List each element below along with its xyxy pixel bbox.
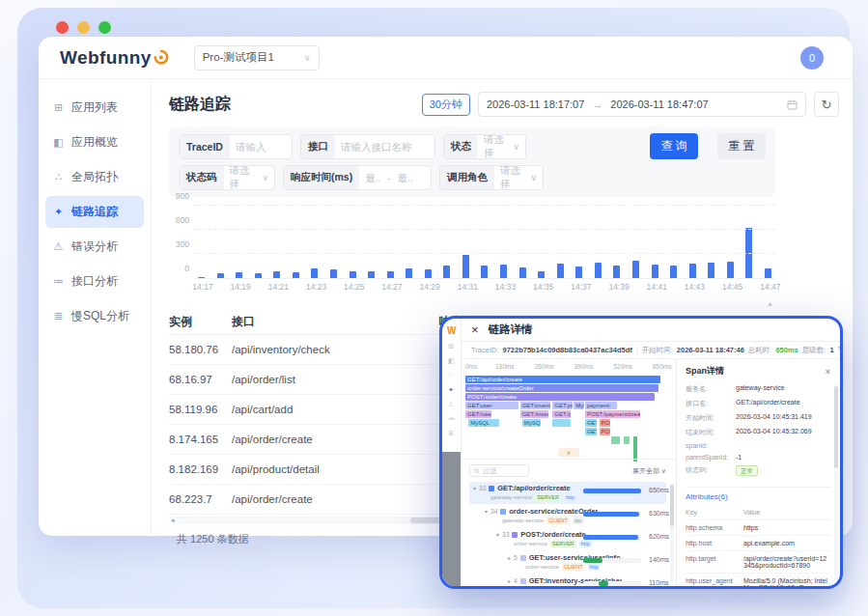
span-tree-row[interactable]: ▾33POST:/order/createorder-serviceSERVER… — [469, 528, 666, 550]
span-bar[interactable]: MySQL: — [574, 402, 584, 409]
attr-value-header: Value — [743, 509, 760, 516]
cell-api: /api/order/create — [232, 434, 313, 445]
maximize-window-dot[interactable] — [98, 21, 111, 34]
span-bar[interactable]: GET:user- — [465, 402, 518, 409]
trace-duration: 650ms — [775, 346, 798, 354]
sidebar-item-错误分析[interactable]: ⚠错误分析 — [45, 231, 144, 263]
span-duration: 620ms — [649, 533, 669, 540]
search-button[interactable]: 查询 — [650, 133, 698, 159]
scroll-left-arrow-icon[interactable]: ◂ — [169, 517, 175, 524]
field-label: 接口名: — [686, 399, 736, 408]
span-tree-row[interactable]: ▾33GET:/api/order/creategateway-serviceS… — [469, 482, 666, 504]
caret-icon[interactable]: ▾ — [473, 485, 476, 491]
field-label: spanId: — [686, 442, 736, 449]
refresh-button[interactable]: ↻ — [814, 92, 839, 117]
collapse-handle[interactable]: ∧ — [558, 448, 579, 457]
role-select[interactable]: 请选择 ∨ — [494, 166, 543, 189]
span-bar[interactable]: GET:inventory- — [520, 402, 551, 409]
service-name: order-service — [514, 541, 547, 546]
list-scrollbar[interactable] — [670, 483, 674, 582]
span-bar[interactable]: GET:product- — [552, 402, 573, 409]
错误分析-icon: ⚠ — [52, 240, 65, 253]
sidebar-item-全局拓扑[interactable]: ∴全局拓扑 — [45, 161, 144, 193]
span-duration: 630ms — [649, 510, 669, 517]
span-name: POST:/order/create — [520, 530, 586, 539]
logo-swirl-icon — [153, 49, 169, 66]
reset-button[interactable]: 重置 — [717, 133, 766, 159]
span-bar[interactable] — [552, 419, 571, 427]
x-tick-label: 14:41 — [644, 282, 669, 292]
trace-detail-modal: W ⊞◧∴✦⚠≔≣ × 链路详情 TraceID:9722b75b14c09d8… — [439, 316, 843, 589]
project-selector[interactable]: Pro-测试项目1 ∨ — [194, 45, 320, 70]
span-bar[interactable]: GET:/product/ — [552, 410, 571, 418]
expand-all-link[interactable]: 展开全部 ∨ — [632, 466, 666, 476]
span-count: 33 — [502, 531, 509, 538]
sidebar-item-链路追踪[interactable]: ✦链路追踪 — [45, 196, 144, 228]
attributes-link[interactable]: Attributes(6) — [686, 487, 830, 505]
span-bar[interactable]: MySQL — [468, 419, 499, 427]
span-bar[interactable]: MySQ — [522, 419, 541, 427]
span-bar[interactable]: GET:/ba — [585, 419, 598, 427]
span-search-input[interactable]: 过滤 — [469, 464, 529, 477]
span-bar[interactable]: order-service/createOrder — [465, 384, 658, 392]
window-controls[interactable] — [56, 21, 111, 34]
traceid-input[interactable] — [230, 135, 290, 158]
api-input[interactable] — [335, 135, 430, 158]
span-bar[interactable]: payment- — [585, 402, 618, 409]
sidebar-item-接口分析[interactable]: ≔接口分析 — [45, 266, 144, 297]
span-count: 34 — [490, 508, 497, 515]
span-bar[interactable]: GET:/api/order/create — [465, 376, 660, 383]
span-bar[interactable] — [624, 436, 630, 444]
trace-detail-drawer: × 链路详情 TraceID:9722b75b14c09d8b83ca0437a… — [462, 319, 840, 586]
waterfall-row: order-service/createOrder — [465, 384, 668, 392]
caret-icon[interactable]: ▾ — [496, 531, 499, 538]
resp-time-max-input[interactable] — [392, 166, 419, 189]
minimize-window-dot[interactable] — [77, 21, 90, 34]
caret-icon[interactable]: ▸ — [508, 554, 511, 561]
attr-key: http.target — [686, 555, 743, 569]
cell-instance: 68.223.7 — [169, 493, 212, 505]
chart-bar — [727, 262, 734, 279]
chart-bar — [236, 272, 242, 278]
sidebar-item-应用概览[interactable]: ◧应用概览 — [45, 126, 144, 158]
close-window-dot[interactable] — [56, 21, 69, 34]
close-icon[interactable]: × — [471, 323, 479, 336]
sidebar-item-慢SQL分析[interactable]: ≣慢SQL分析 — [45, 300, 144, 332]
span-tree-row[interactable]: ▸4GET:inventory-service/checkorder-servi… — [469, 574, 666, 586]
span-tree-row[interactable]: ▾34order-service/createOrdergateway-serv… — [469, 505, 666, 527]
quick-range-tag[interactable]: 30分钟 — [422, 94, 470, 116]
span-bar[interactable]: POST:/order/create — [465, 393, 655, 401]
close-icon[interactable]: × — [826, 367, 830, 377]
field-label: 状态码: — [686, 465, 736, 476]
sidebar-item-label: 应用列表 — [71, 99, 118, 116]
span-bar[interactable]: POST — [600, 428, 611, 435]
status-select[interactable]: 请选择 ∨ — [478, 135, 525, 158]
resp-time-min-input[interactable] — [359, 166, 386, 189]
span-bar[interactable]: GET:/user/info — [465, 410, 491, 418]
time-tick-label: 0ms — [465, 363, 477, 370]
span-tree-row[interactable]: ▸5GET:user-service/user/infoorder-servic… — [469, 551, 666, 574]
avatar[interactable]: 0 — [800, 46, 824, 70]
span-bar[interactable]: POST:/payment/create — [585, 410, 640, 418]
caret-icon[interactable]: ▸ — [508, 577, 511, 584]
span-color-swatch — [520, 555, 526, 561]
scrollbar-thumb[interactable] — [670, 485, 674, 526]
time-tick-label: 520ms — [613, 363, 632, 370]
cell-api: /api/inventory/check — [232, 344, 330, 355]
x-tick-label: 14:37 — [569, 282, 594, 292]
链路追踪-icon: ✦ — [52, 206, 65, 218]
sidebar-item-label: 错误分析 — [71, 238, 118, 255]
panel-scrollbar[interactable] — [834, 384, 838, 580]
span-bar[interactable]: GET:/inventory/c — [520, 410, 548, 418]
span-bar[interactable] — [611, 436, 619, 444]
status-code-select[interactable]: 请选择 ∨ — [224, 166, 275, 189]
span-bar[interactable]: GET:/lo — [585, 428, 598, 435]
time-tick-label: 650ms — [653, 363, 672, 370]
sidebar-item-应用列表[interactable]: ⊞应用列表 — [45, 92, 144, 124]
date-range-picker[interactable]: 2026-03-11 18:17:07 → 2026-03-11 18:47:0… — [478, 92, 806, 117]
span-count: 5 — [514, 554, 518, 561]
scroll-up-arrow-icon[interactable]: ▲ — [767, 300, 773, 307]
caret-icon[interactable]: ▾ — [485, 508, 488, 515]
scrollbar-thumb[interactable] — [834, 386, 838, 468]
span-bar[interactable]: POST: — [600, 419, 611, 427]
